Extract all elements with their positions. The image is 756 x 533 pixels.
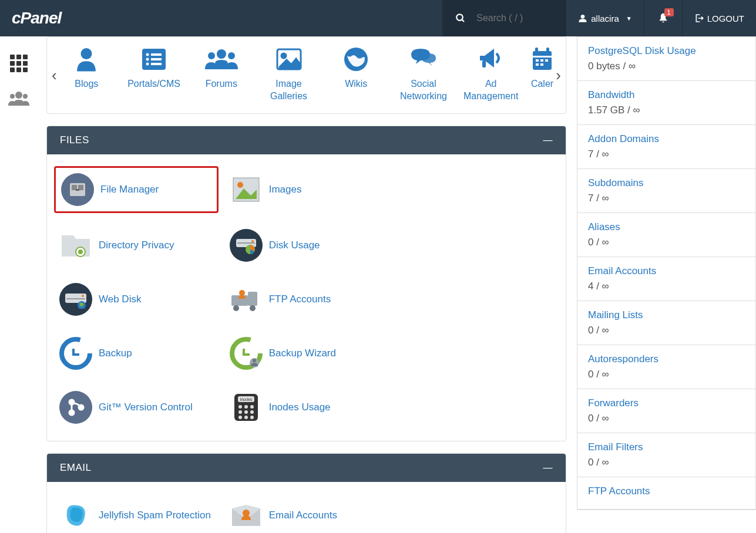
svg-rect-22 — [535, 48, 538, 53]
git-icon — [59, 390, 93, 424]
stat-label: Email Accounts — [588, 265, 745, 277]
stat-label: Addon Domains — [588, 133, 745, 145]
collapse-icon[interactable]: — — [543, 135, 553, 146]
svg-point-15 — [208, 52, 215, 59]
stat-label: Autoresponders — [588, 353, 745, 365]
app-wikis[interactable]: Wikis — [322, 45, 390, 90]
inodes-usage[interactable]: inodes Inodes Usage — [224, 386, 389, 429]
nav-users[interactable] — [7, 87, 31, 110]
app-ad-management[interactable]: Ad Management — [457, 45, 525, 103]
files-section: FILES — File Manager Images Dir — [46, 126, 566, 441]
stat-item[interactable]: Subdomains7 / ∞ — [577, 169, 755, 213]
stat-value: 7 / ∞ — [588, 193, 745, 204]
search-box[interactable] — [442, 0, 566, 36]
stat-value: 4 / ∞ — [588, 281, 745, 292]
apps-next[interactable]: › — [556, 66, 561, 84]
svg-rect-13 — [151, 63, 162, 65]
grid-icon — [10, 55, 28, 72]
svg-point-10 — [146, 58, 149, 61]
svg-rect-33 — [76, 189, 79, 191]
stat-label: Subdomains — [588, 177, 745, 189]
diskusage-icon — [229, 228, 263, 262]
calendar-icon — [528, 45, 556, 73]
backup[interactable]: Backup — [54, 332, 219, 375]
username: allacira — [591, 14, 619, 23]
stat-item[interactable]: PostgreSQL Disk Usage0 bytes / ∞ — [577, 37, 755, 81]
svg-rect-47 — [248, 292, 257, 306]
app-blogs[interactable]: Blogs — [53, 45, 120, 90]
app-image-galleries[interactable]: Image Galleries — [255, 45, 322, 103]
stat-item[interactable]: Bandwidth1.57 GB / ∞ — [577, 81, 755, 125]
apps-panel: ‹ Blogs Portals/CMS Forums — [46, 36, 566, 114]
svg-rect-28 — [536, 63, 539, 66]
webdisk-icon — [59, 282, 93, 316]
filemanager-icon — [61, 173, 95, 207]
jellyfish-spam[interactable]: Jellyfish Spam Protection — [54, 494, 219, 533]
files-header[interactable]: FILES — — [47, 126, 566, 154]
list-icon — [124, 45, 184, 73]
email-accounts[interactable]: Email Accounts — [224, 494, 389, 533]
stat-label: FTP Accounts — [588, 485, 745, 497]
notifications[interactable]: 1 — [644, 0, 682, 36]
stat-item[interactable]: FTP Accounts — [577, 477, 755, 510]
image-icon — [258, 45, 319, 73]
file-manager[interactable]: File Manager — [54, 166, 219, 213]
left-nav — [0, 36, 37, 533]
disk-usage[interactable]: Disk Usage — [224, 224, 389, 267]
stat-item[interactable]: Forwarders0 / ∞ — [577, 389, 755, 433]
svg-point-65 — [238, 405, 242, 409]
stat-item[interactable]: Autoresponders0 / ∞ — [577, 345, 755, 389]
images[interactable]: Images — [224, 166, 389, 213]
svg-rect-27 — [545, 59, 548, 62]
stat-value: 0 / ∞ — [588, 457, 745, 468]
collapse-icon[interactable]: — — [543, 463, 553, 473]
user-menu[interactable]: allacira ▼ — [566, 0, 643, 36]
web-disk[interactable]: Web Disk — [54, 278, 219, 321]
svg-point-40 — [251, 240, 254, 242]
backup-icon — [59, 336, 93, 370]
email-header[interactable]: EMAIL — — [47, 454, 566, 482]
git-version-control[interactable]: Git™ Version Control — [54, 386, 219, 429]
stat-item[interactable]: Mailing Lists0 / ∞ — [577, 301, 755, 345]
user-icon — [578, 14, 587, 23]
files-title: FILES — [60, 134, 89, 146]
user-icon — [56, 45, 117, 73]
stat-item[interactable]: Email Filters0 / ∞ — [577, 433, 755, 477]
inodes-icon: inodes — [229, 390, 263, 424]
svg-rect-9 — [151, 53, 162, 56]
jellyfish-icon — [59, 498, 93, 532]
stat-label: Mailing Lists — [588, 309, 745, 321]
stat-item[interactable]: Addon Domains7 / ∞ — [577, 125, 755, 169]
search-input[interactable] — [476, 13, 553, 23]
ftp-accounts[interactable]: FTP Accounts — [224, 278, 389, 321]
stat-item[interactable]: Email Accounts4 / ∞ — [577, 257, 755, 301]
logout-button[interactable]: LOGOUT — [682, 0, 756, 36]
logo[interactable]: cPanel — [0, 9, 73, 28]
svg-point-4 — [10, 94, 15, 99]
app-forums[interactable]: Forums — [187, 45, 255, 90]
stat-label: Bandwidth — [588, 89, 745, 101]
svg-point-70 — [250, 410, 254, 414]
images-icon — [229, 173, 263, 207]
stat-label: Aliases — [588, 221, 745, 233]
backup-wizard[interactable]: Backup Wizard — [224, 332, 389, 375]
svg-rect-23 — [546, 48, 549, 53]
top-header: cPanel allacira ▼ 1 LOGOUT — [0, 0, 756, 36]
svg-point-5 — [23, 94, 28, 99]
email-title: EMAIL — [60, 462, 92, 474]
app-social[interactable]: Social Networking — [390, 45, 458, 103]
svg-point-58 — [253, 359, 256, 362]
app-portals[interactable]: Portals/CMS — [120, 45, 188, 90]
nav-home[interactable] — [7, 52, 31, 75]
svg-point-6 — [81, 48, 92, 59]
stats-sidebar: PostgreSQL Disk Usage0 bytes / ∞Bandwidt… — [577, 36, 756, 533]
svg-point-18 — [281, 53, 286, 58]
ftp-icon — [229, 282, 263, 316]
directory-privacy[interactable]: Directory Privacy — [54, 224, 219, 267]
svg-rect-44 — [66, 298, 85, 299]
stat-item[interactable]: Aliases0 / ∞ — [577, 213, 755, 257]
svg-point-8 — [146, 53, 149, 56]
apps-prev[interactable]: ‹ — [52, 66, 57, 84]
app-calendar[interactable]: Caler — [525, 45, 560, 90]
stat-value: 0 / ∞ — [588, 237, 745, 248]
